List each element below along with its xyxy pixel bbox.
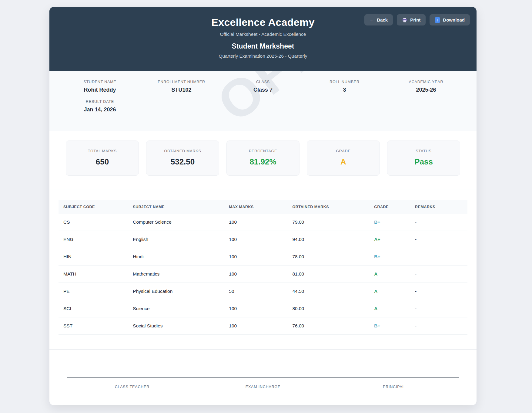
print-button[interactable]: Print bbox=[397, 14, 426, 25]
summary-card-2: PERCENTAGE81.92% bbox=[226, 140, 299, 176]
cell-remarks: - bbox=[410, 317, 467, 335]
cell-remarks: - bbox=[410, 266, 467, 283]
header-actions: ← Back Print ↓ Downloa bbox=[364, 14, 470, 25]
cell-grade: A bbox=[369, 283, 410, 300]
info-value: STU102 bbox=[141, 87, 222, 93]
cell-grade: B+ bbox=[369, 248, 410, 266]
table-header-row: SUBJECT CODESUBJECT NAMEMAX MARKSOBTAINE… bbox=[59, 200, 467, 214]
cell-max: 100 bbox=[224, 300, 287, 317]
marks-table: SUBJECT CODESUBJECT NAMEMAX MARKSOBTAINE… bbox=[59, 200, 467, 335]
cell-obtained: 79.00 bbox=[287, 214, 369, 231]
cell-grade: A bbox=[369, 300, 410, 317]
cell-code: MATH bbox=[59, 266, 128, 283]
info-label: ENROLLMENT NUMBER bbox=[141, 80, 222, 84]
info-item-0: STUDENT NAMERohit Reddy bbox=[59, 80, 141, 93]
summary-card-value: 81.92% bbox=[229, 157, 297, 167]
cell-remarks: - bbox=[410, 300, 467, 317]
back-button[interactable]: ← Back bbox=[364, 14, 393, 25]
cell-max: 50 bbox=[224, 283, 287, 300]
school-tagline: Official Marksheet - Academic Excellence bbox=[49, 32, 477, 37]
cell-grade: A+ bbox=[369, 231, 410, 248]
summary-card-value: 532.50 bbox=[149, 157, 216, 167]
cell-code: SCI bbox=[59, 300, 128, 317]
cell-obtained: 94.00 bbox=[287, 231, 369, 248]
column-header-3: OBTAINED MARKS bbox=[287, 200, 369, 214]
table-row: SCIScience10080.00A- bbox=[59, 300, 467, 317]
cell-code: SST bbox=[59, 317, 128, 335]
summary-card-label: PERCENTAGE bbox=[229, 149, 297, 153]
table-row: SSTSocial Studies10076.00B+- bbox=[59, 317, 467, 335]
cell-code: CS bbox=[59, 214, 128, 231]
info-value: Class 7 bbox=[222, 87, 304, 93]
signature-labels: CLASS TEACHEREXAM INCHARGEPRINCIPAL bbox=[67, 385, 459, 389]
info-item-4: ACADEMIC YEAR2025-26 bbox=[385, 80, 467, 93]
cell-max: 100 bbox=[224, 266, 287, 283]
student-info-section: STUDENT NAMERohit ReddyENROLLMENT NUMBER… bbox=[49, 71, 477, 131]
info-label: CLASS bbox=[222, 80, 304, 84]
summary-card-label: TOTAL MARKS bbox=[69, 149, 136, 153]
download-icon: ↓ bbox=[435, 17, 440, 23]
cell-name: Hindi bbox=[128, 248, 224, 266]
signature-label-1: EXAM INCHARGE bbox=[198, 385, 329, 389]
info-label: ACADEMIC YEAR bbox=[385, 80, 467, 84]
cell-max: 100 bbox=[224, 248, 287, 266]
info-item-3: ROLL NUMBER3 bbox=[304, 80, 385, 93]
cell-name: Social Studies bbox=[128, 317, 224, 335]
cell-name: Mathematics bbox=[128, 266, 224, 283]
summary-card-value: A bbox=[309, 157, 377, 167]
marksheet-header: Excellence Academy Official Marksheet - … bbox=[49, 7, 477, 71]
summary-card-label: GRADE bbox=[309, 149, 377, 153]
info-value: 2025-26 bbox=[385, 87, 467, 93]
summary-section: TOTAL MARKS650OBTAINED MARKS532.50PERCEN… bbox=[49, 131, 477, 189]
cell-code: HIN bbox=[59, 248, 128, 266]
download-button-label: Download bbox=[443, 17, 465, 22]
column-header-4: GRADE bbox=[369, 200, 410, 214]
table-row: PEPhysical Education5044.50A- bbox=[59, 283, 467, 300]
cell-remarks: - bbox=[410, 231, 467, 248]
summary-card-0: TOTAL MARKS650 bbox=[66, 140, 139, 176]
info-label: RESULT DATE bbox=[59, 100, 141, 104]
cell-obtained: 80.00 bbox=[287, 300, 369, 317]
info-value: Rohit Reddy bbox=[59, 87, 141, 93]
signature-line bbox=[67, 377, 459, 378]
marksheet-card: OFFICIAL Excellence Academy Official Mar… bbox=[49, 7, 477, 405]
cell-code: PE bbox=[59, 283, 128, 300]
document-title: Student Marksheet bbox=[49, 42, 477, 50]
back-button-label: Back bbox=[377, 17, 388, 22]
cell-grade: A bbox=[369, 266, 410, 283]
cell-remarks: - bbox=[410, 248, 467, 266]
download-button[interactable]: ↓ Download bbox=[430, 14, 470, 25]
summary-card-value: 650 bbox=[69, 157, 136, 167]
column-header-0: SUBJECT CODE bbox=[59, 200, 128, 214]
printer-icon bbox=[402, 17, 407, 23]
cell-max: 100 bbox=[224, 231, 287, 248]
cell-name: Physical Education bbox=[128, 283, 224, 300]
info-item-5: RESULT DATEJan 14, 2026 bbox=[59, 100, 141, 113]
summary-card-label: STATUS bbox=[390, 149, 457, 153]
cell-grade: B+ bbox=[369, 317, 410, 335]
exam-subtitle: Quarterly Examination 2025-26 - Quarterl… bbox=[49, 53, 477, 59]
info-label: STUDENT NAME bbox=[59, 80, 141, 84]
cell-remarks: - bbox=[410, 283, 467, 300]
cell-name: Computer Science bbox=[128, 214, 224, 231]
marks-table-section: SUBJECT CODESUBJECT NAMEMAX MARKSOBTAINE… bbox=[49, 189, 477, 350]
column-header-5: REMARKS bbox=[410, 200, 467, 214]
summary-card-3: GRADEA bbox=[307, 140, 380, 176]
student-info-grid: STUDENT NAMERohit ReddyENROLLMENT NUMBER… bbox=[59, 80, 467, 113]
cell-name: English bbox=[128, 231, 224, 248]
cell-code: ENG bbox=[59, 231, 128, 248]
cell-grade: B+ bbox=[369, 214, 410, 231]
cell-max: 100 bbox=[224, 317, 287, 335]
signature-footer: CLASS TEACHEREXAM INCHARGEPRINCIPAL bbox=[49, 350, 477, 389]
info-item-2: CLASSClass 7 bbox=[222, 80, 304, 93]
table-row: ENGEnglish10094.00A+- bbox=[59, 231, 467, 248]
cell-remarks: - bbox=[410, 214, 467, 231]
back-arrow-icon: ← bbox=[370, 18, 374, 22]
cell-name: Science bbox=[128, 300, 224, 317]
signature-label-2: PRINCIPAL bbox=[328, 385, 459, 389]
summary-card-value: Pass bbox=[390, 157, 457, 167]
cell-obtained: 78.00 bbox=[287, 248, 369, 266]
cell-obtained: 44.50 bbox=[287, 283, 369, 300]
summary-card-1: OBTAINED MARKS532.50 bbox=[146, 140, 219, 176]
info-item-1: ENROLLMENT NUMBERSTU102 bbox=[141, 80, 222, 93]
